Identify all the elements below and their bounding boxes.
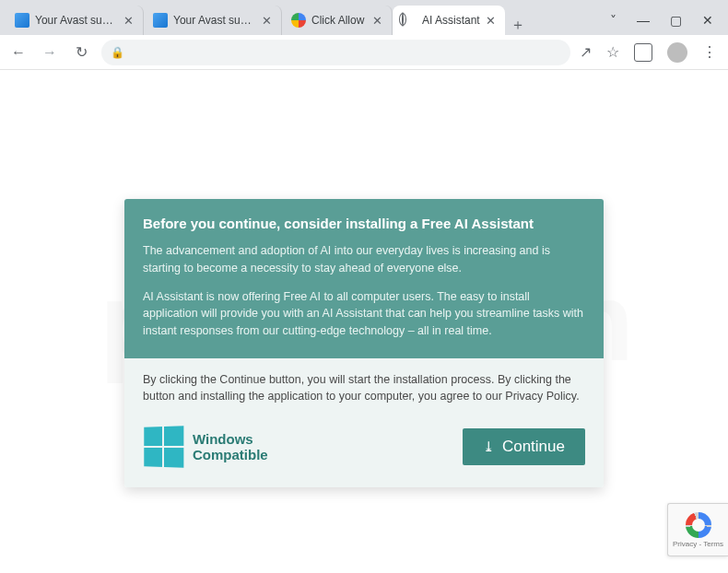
close-icon[interactable]: ✕ (123, 14, 134, 28)
profile-avatar-icon[interactable] (667, 42, 687, 63)
new-tab-button[interactable]: ＋ (505, 16, 531, 35)
window-dropdown-icon[interactable]: ˅ (610, 13, 616, 28)
tab-avast-2[interactable]: Your Avast subscription ✕ (144, 6, 282, 35)
window-close-icon[interactable]: ✕ (702, 13, 713, 28)
recaptcha-terms: Privacy - Terms (673, 540, 723, 548)
close-icon[interactable]: ✕ (262, 14, 272, 28)
address-bar[interactable]: 🔒 (101, 40, 570, 65)
tab-click-allow[interactable]: Click Allow ✕ (282, 6, 393, 35)
forward-button[interactable]: → (39, 44, 61, 61)
tab-title: Your Avast subscription (173, 14, 256, 27)
tab-title: Click Allow (311, 14, 367, 27)
tab-avast-1[interactable]: Your Avast subscription ✕ (6, 6, 144, 35)
card-heading: Before you continue, consider installing… (143, 216, 585, 231)
card-footer: Windows Compatible ⤓ Continue (124, 417, 604, 487)
continue-label: Continue (502, 438, 565, 456)
extensions-icon[interactable] (634, 43, 652, 62)
page-content: pcrisk.com Before you continue, consider… (0, 70, 728, 573)
bookmark-star-icon[interactable]: ☆ (606, 43, 619, 61)
close-icon[interactable]: ✕ (486, 14, 496, 28)
windows-compatible-text: Windows Compatible (193, 431, 268, 463)
share-icon[interactable]: ↗ (580, 43, 592, 61)
favicon-recaptcha-icon (291, 13, 306, 28)
continue-button[interactable]: ⤓ Continue (463, 428, 585, 465)
recaptcha-badge[interactable]: Privacy - Terms (667, 503, 728, 556)
card-disclaimer: By clicking the Continue button, you wil… (124, 358, 604, 417)
card-paragraph-2: AI Assistant is now offering Free AI to … (143, 288, 585, 340)
tab-title: Your Avast subscription (35, 14, 118, 27)
tab-title: AI Assistant (422, 14, 480, 27)
window-minimize-icon[interactable]: — (637, 13, 650, 28)
back-button[interactable]: ← (7, 44, 29, 61)
install-prompt-card: Before you continue, consider installing… (124, 199, 604, 487)
close-icon[interactable]: ✕ (372, 14, 382, 28)
disclaimer-text: By clicking the Continue button, you wil… (143, 371, 585, 404)
window-maximize-icon[interactable]: ▢ (670, 13, 682, 28)
windows-logo-icon (144, 426, 183, 468)
browser-toolbar: ← → ↻ 🔒 ↗ ☆ ⋮ (0, 35, 728, 70)
lock-icon: 🔒 (111, 46, 124, 59)
favicon-blue-icon (15, 13, 29, 28)
tab-ai-assistant[interactable]: AI Assistant ✕ (393, 6, 505, 35)
windows-compatible-badge: Windows Compatible (143, 427, 268, 467)
reload-button[interactable]: ↻ (70, 43, 92, 61)
card-header: Before you continue, consider installing… (124, 199, 604, 358)
card-paragraph-1: The advancement and adoption of AI into … (143, 242, 585, 277)
favicon-blue-icon (153, 13, 168, 28)
tab-strip: Your Avast subscription ✕ Your Avast sub… (0, 0, 728, 35)
recaptcha-logo-icon (686, 512, 711, 538)
menu-icon[interactable]: ⋮ (702, 43, 717, 61)
favicon-globe-icon (402, 13, 417, 28)
download-icon: ⤓ (483, 439, 495, 455)
